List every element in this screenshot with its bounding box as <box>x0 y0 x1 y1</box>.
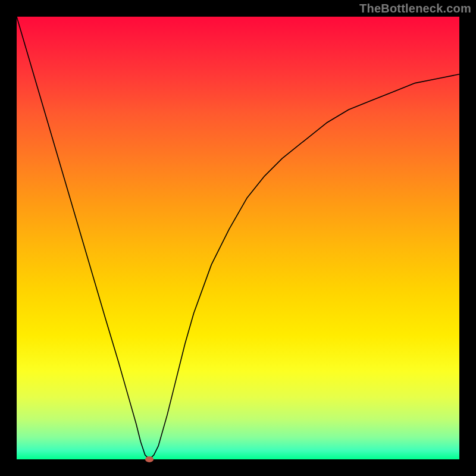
optimum-marker <box>145 456 154 462</box>
chart-frame: TheBottleneck.com <box>0 0 476 476</box>
plot-area <box>17 17 459 459</box>
bottleneck-curve <box>17 17 459 459</box>
watermark-text: TheBottleneck.com <box>359 2 471 15</box>
